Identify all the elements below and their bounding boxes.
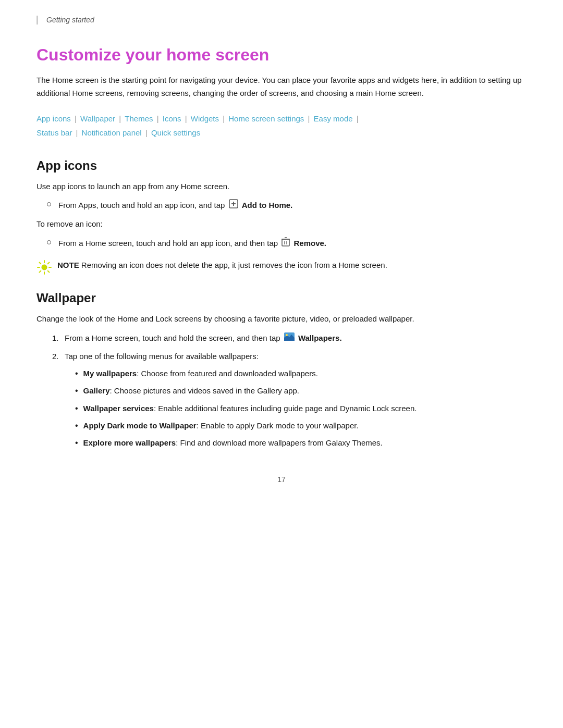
note-box: NOTE Removing an icon does not delete th… bbox=[36, 259, 527, 275]
add-to-home-label: Add to Home. bbox=[242, 201, 293, 209]
sub-bullet-4: • Apply Dark mode to Wallpaper: Enable t… bbox=[75, 419, 417, 433]
wallpaper-step-1: 1. From a Home screen, touch and hold th… bbox=[52, 332, 527, 345]
note-label: NOTE bbox=[57, 261, 79, 269]
sub-bullet-2: • Gallery: Choose pictures and videos sa… bbox=[75, 385, 417, 398]
svg-line-15 bbox=[48, 262, 50, 264]
sub-text-4: : Enable to apply Dark mode to your wall… bbox=[197, 421, 359, 430]
toc-link-home-screen-settings[interactable]: Home screen settings bbox=[228, 114, 304, 123]
toc-link-icons[interactable]: Icons bbox=[163, 114, 181, 123]
sub-label-5: Explore more wallpapers bbox=[83, 438, 176, 447]
breadcrumb: Getting started bbox=[36, 16, 527, 24]
sub-label-1: My wallpapers bbox=[83, 369, 137, 378]
svg-line-16 bbox=[40, 271, 41, 273]
page-number: 17 bbox=[277, 475, 286, 484]
app-icons-intro: Use app icons to launch an app from any … bbox=[36, 180, 527, 193]
remove-label: Remove. bbox=[293, 239, 326, 248]
step2-text: Tap one of the following menus for avail… bbox=[65, 352, 259, 361]
sub-label-2: Gallery bbox=[83, 386, 110, 395]
wallpaper-title: Wallpaper bbox=[36, 291, 527, 305]
svg-point-8 bbox=[42, 265, 47, 270]
toc-link-notification-panel[interactable]: Notification panel bbox=[82, 128, 142, 137]
svg-line-13 bbox=[40, 262, 41, 264]
bullet-circle-remove bbox=[47, 240, 51, 244]
svg-line-14 bbox=[48, 271, 50, 273]
step1-text: From a Home screen, touch and hold the s… bbox=[65, 334, 280, 342]
sub-text-1: : Choose from featured and downloaded wa… bbox=[137, 369, 318, 378]
bullet-circle-add bbox=[47, 202, 51, 206]
sub-text-5: : Find and download more wallpapers from… bbox=[176, 438, 383, 447]
remove-intro: To remove an icon: bbox=[36, 218, 527, 231]
toc-link-status-bar[interactable]: Status bar bbox=[36, 128, 72, 137]
wallpaper-section: Wallpaper Change the look of the Home an… bbox=[36, 291, 527, 454]
sub-label-4: Apply Dark mode to Wallpaper bbox=[83, 421, 197, 430]
sub-label-3: Wallpaper services bbox=[83, 404, 154, 413]
breadcrumb-text: Getting started bbox=[46, 16, 94, 24]
step1-label: Wallpapers. bbox=[298, 334, 342, 342]
svg-rect-3 bbox=[282, 239, 289, 246]
page-footer: 17 bbox=[36, 475, 527, 494]
note-content: Removing an icon does not delete the app… bbox=[79, 261, 387, 269]
app-icons-section: App icons Use app icons to launch an app… bbox=[36, 158, 527, 275]
wallpaper-intro: Change the look of the Home and Lock scr… bbox=[36, 313, 527, 326]
app-icons-title: App icons bbox=[36, 158, 527, 173]
note-text: NOTE Removing an icon does not delete th… bbox=[57, 259, 387, 272]
toc-link-app-icons[interactable]: App icons bbox=[36, 114, 71, 123]
toc-link-easy-mode[interactable]: Easy mode bbox=[314, 114, 353, 123]
toc-link-wallpaper[interactable]: Wallpaper bbox=[80, 114, 115, 123]
note-sun-icon bbox=[36, 260, 52, 275]
wallpaper-sub-bullets: • My wallpapers: Choose from featured an… bbox=[75, 367, 417, 450]
wallpaper-step-2: 2. Tap one of the following menus for av… bbox=[52, 350, 527, 454]
sub-bullet-1: • My wallpapers: Choose from featured an… bbox=[75, 367, 417, 380]
remove-bullet: From a Home screen, touch and hold an ap… bbox=[47, 237, 527, 251]
sub-text-2: : Choose pictures and videos saved in th… bbox=[109, 386, 299, 395]
intro-paragraph: The Home screen is the starting point fo… bbox=[36, 74, 527, 100]
sub-text-3: : Enable additional features including g… bbox=[154, 404, 417, 413]
add-to-home-text: From Apps, touch and hold an app icon, a… bbox=[58, 199, 292, 213]
wallpapers-icon bbox=[284, 332, 295, 345]
add-to-home-icon bbox=[229, 199, 238, 213]
remove-text: From a Home screen, touch and hold an ap… bbox=[58, 237, 326, 251]
trash-icon bbox=[282, 237, 290, 251]
toc-link-quick-settings[interactable]: Quick settings bbox=[151, 128, 200, 137]
toc-link-themes[interactable]: Themes bbox=[125, 114, 153, 123]
sub-bullet-5: • Explore more wallpapers: Find and down… bbox=[75, 437, 417, 450]
svg-point-19 bbox=[286, 334, 288, 336]
wallpaper-steps: 1. From a Home screen, touch and hold th… bbox=[52, 332, 527, 454]
sub-bullet-3: • Wallpaper services: Enable additional … bbox=[75, 402, 417, 415]
page-title: Customize your home screen bbox=[36, 45, 527, 65]
add-to-home-bullet: From Apps, touch and hold an app icon, a… bbox=[47, 199, 527, 213]
toc-links: App icons | Wallpaper | Themes | Icons |… bbox=[36, 112, 527, 140]
toc-link-widgets[interactable]: Widgets bbox=[191, 114, 219, 123]
